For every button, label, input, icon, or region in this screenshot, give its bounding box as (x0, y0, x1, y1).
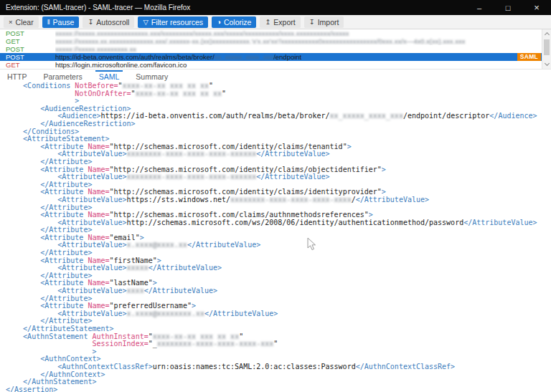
text-segment: Name= (88, 188, 109, 196)
colorize-button[interactable]: ◑Colorize (212, 16, 256, 28)
text-segment: </AttributeValue> (356, 196, 429, 204)
request-row[interactable]: POSThttps://id-beta.onventis.com/auth/re… (0, 53, 542, 61)
request-row[interactable]: POSTxxxxx://xxxxx.xxxxxxxxx.xx (0, 45, 542, 53)
text-segment: " (209, 82, 213, 90)
text-segment: </Assertion> (6, 386, 57, 392)
text-segment (6, 378, 23, 386)
text-segment (6, 333, 23, 340)
scroll-down-button[interactable] (542, 60, 551, 69)
request-url: https://login.microsoftonline.com/favico… (55, 61, 542, 69)
request-row[interactable]: GETxxxxx://xxxxxx.xx.xxxxxxxxxxxxx.xxx/.… (0, 37, 542, 45)
text-segment (6, 196, 57, 204)
text-segment: <AttributeValue> (57, 196, 126, 204)
chevron-up-icon (544, 32, 549, 37)
text-segment (6, 249, 40, 257)
text-segment: /endpoint/descriptor (403, 112, 489, 120)
text-segment: Name= (88, 143, 109, 150)
text-segment: <AttributeValue> (57, 287, 126, 295)
pause-button[interactable]: ‖Pause (42, 16, 80, 28)
scrollbar-thumb[interactable] (544, 39, 550, 55)
text-segment: <Attribute (40, 211, 83, 219)
text-segment: <AuthnContextClassRef> (57, 363, 152, 371)
text-segment (6, 150, 57, 158)
text-segment (6, 128, 23, 135)
scroll-up-button[interactable] (542, 29, 551, 38)
text-segment: <AudienceRestriction> (40, 105, 131, 113)
request-url: xxxxx://xxxxx.xxxxxxxxx.xx (55, 45, 542, 53)
autoscroll-button[interactable]: ↧Autoscroll (83, 16, 134, 28)
text-segment: > (382, 188, 386, 196)
redacted-blur-text: x.xxxx@xxxx.xx (127, 241, 187, 249)
text-segment: <AttributeValue> (57, 219, 126, 226)
text-segment: "preferredUsername" (110, 302, 192, 310)
text-segment: https://id-beta.onventis.com/auth/realms… (55, 53, 215, 61)
maximize-icon: □ (506, 4, 511, 12)
text-segment: "lastName" (110, 279, 153, 287)
text-segment: > (192, 302, 196, 310)
window-controls: – □ × (465, 0, 551, 15)
text-segment: </Attribute> (40, 204, 92, 211)
text-segment: </AttributeValue> (463, 219, 537, 226)
text-segment: https://sts.windows.net/ (127, 196, 231, 204)
text-segment (6, 135, 23, 143)
minimize-button[interactable]: – (465, 0, 494, 15)
text-segment: <AuthnContext> (40, 355, 100, 363)
tab-summary[interactable]: Summary (136, 71, 168, 81)
text-segment (6, 371, 40, 378)
paint-drop-icon: ◑ (217, 16, 221, 28)
text-segment (6, 363, 57, 371)
pause-icon: ‖ (47, 16, 50, 28)
tab-parameters[interactable]: Parameters (43, 71, 82, 81)
redacted-blur-text: xxxx-xx-xx xxx xx xx (153, 333, 239, 340)
redacted-blur-text: xxxxxxxx-xxxx-xxxx-xxxx-xxxxxx (127, 173, 257, 181)
request-url: xxxxx://xxxxxx.xx.xxxxxxxxxxxxx.xxx/.xxx… (55, 37, 542, 45)
import-button[interactable]: ↧Import (304, 16, 344, 28)
redacted-blur-text: xxxxxxxx-xxxx-xxxx-xxxx-xxxx (230, 196, 352, 204)
maximize-button[interactable]: □ (494, 0, 522, 15)
request-row[interactable]: POSTxxxxx://xxxxx.xxxxxxxxxxxxxxx.xxx/xx… (0, 29, 542, 37)
text-segment: <Conditions (23, 82, 70, 90)
tab-http[interactable]: HTTP (7, 71, 27, 81)
text-segment: "_ (149, 340, 157, 348)
text-segment (6, 302, 40, 310)
redacted-blur-text: xxxx-xx-xx xxx xx xx (123, 82, 209, 90)
filter-resources-button[interactable]: ▽Filter resources (138, 16, 208, 28)
text-segment: NotBefore= (75, 82, 118, 90)
clear-button[interactable]: ×Clear (4, 16, 39, 28)
text-segment (6, 90, 75, 97)
text-segment (6, 211, 40, 219)
toolbar: ×Clear‖Pause↧Autoscroll▽Filter resources… (0, 15, 551, 29)
request-method: POST (0, 29, 55, 37)
text-segment: <Attribute (40, 279, 83, 287)
xml-line: </Assertion> (6, 386, 551, 392)
text-segment: <Attribute (40, 302, 83, 310)
text-segment: http://schemas.microsoft.com/ws/2008/06/… (127, 219, 464, 226)
request-list-scrollbar[interactable] (542, 29, 551, 69)
text-segment: </AttributeValue> (204, 310, 278, 317)
redacted-blur-text: xxxxx://xxxxxx.xx.xxxxxxxxxxxxx.xxx/.xxx… (55, 37, 465, 45)
text-segment: Name= (88, 211, 109, 219)
text-segment: </AuthnStatement> (23, 378, 96, 386)
text-segment: " (131, 90, 136, 97)
export-button[interactable]: ↥Export (260, 16, 300, 28)
close-button[interactable]: × (522, 0, 551, 15)
saml-tracer-window: Extension: (SAML-tracer) - SAML-tracer —… (0, 0, 551, 392)
minimize-icon: – (477, 4, 481, 12)
button-label: Import (318, 16, 339, 28)
text-segment: > (92, 348, 96, 355)
text-segment: </AttributeValue> (187, 241, 260, 249)
text-segment: https://id-beta.onventis.com/auth/realms… (100, 112, 329, 120)
text-segment (6, 204, 40, 211)
button-label: Export (273, 16, 295, 28)
text-segment: </AttributeValue> (256, 150, 329, 158)
text-segment: </Attribute> (40, 317, 92, 325)
arrow-down-to-bar-icon: ↧ (309, 16, 315, 28)
text-segment (6, 226, 40, 234)
redacted-blur-text: xxxxxxxx-xxxx-xxxx-xxxx-xxx (157, 340, 274, 348)
text-segment: </Attribute> (40, 158, 92, 166)
text-segment: <AttributeValue> (57, 310, 126, 317)
text-segment: " (273, 340, 278, 348)
tab-saml[interactable]: SAML (99, 71, 120, 81)
arrow-up-from-bar-icon: ↥ (265, 16, 270, 28)
request-row[interactable]: GEThttps://login.microsoftonline.com/fav… (0, 61, 542, 69)
